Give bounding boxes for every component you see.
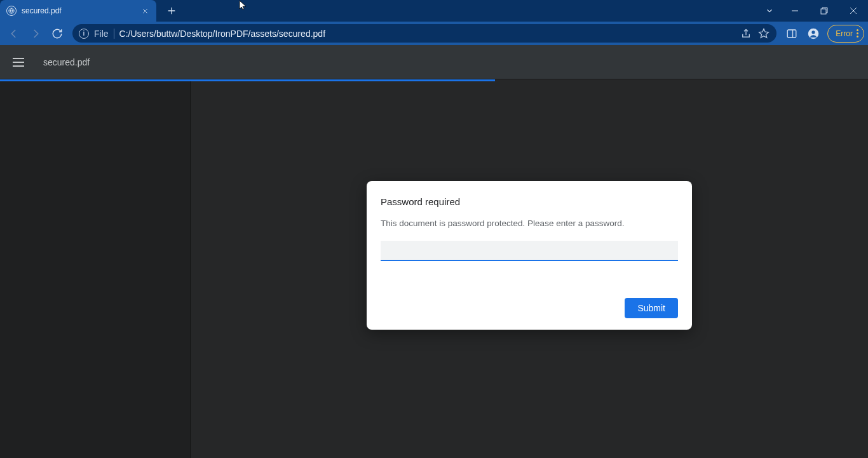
reload-button[interactable] xyxy=(47,24,67,44)
url-text: C:/Users/buttw/Desktop/IronPDF/assets/se… xyxy=(119,29,735,39)
svg-rect-1 xyxy=(821,9,826,14)
more-menu-icon xyxy=(857,29,858,37)
password-dialog: Password required This document is passw… xyxy=(367,181,692,330)
svg-point-4 xyxy=(812,30,815,34)
browser-toolbar: i File C:/Users/buttw/Desktop/IronPDF/as… xyxy=(0,22,868,45)
browser-tab[interactable]: secured.pdf xyxy=(0,0,156,22)
share-icon[interactable] xyxy=(740,27,752,40)
pdf-filename: secured.pdf xyxy=(43,57,90,67)
page-info-icon[interactable]: i xyxy=(79,29,89,39)
submit-button[interactable]: Submit xyxy=(625,298,678,318)
pdf-body: Password required This document is passw… xyxy=(0,79,868,458)
tab-title: secured.pdf xyxy=(22,6,135,15)
url-scheme-label: File xyxy=(94,29,109,39)
maximize-button[interactable] xyxy=(810,0,839,22)
dialog-actions: Submit xyxy=(381,298,678,318)
back-button[interactable] xyxy=(4,24,24,44)
hamburger-menu-icon[interactable] xyxy=(13,55,28,70)
pdf-viewer: secured.pdf Password required This docum… xyxy=(0,45,868,458)
close-window-button[interactable] xyxy=(839,0,868,22)
profile-icon[interactable] xyxy=(803,24,824,44)
url-divider xyxy=(114,29,114,39)
dialog-message: This document is password protected. Ple… xyxy=(381,219,678,228)
forward-button[interactable] xyxy=(25,24,46,44)
svg-rect-2 xyxy=(788,30,797,37)
pdf-main-area: Password required This document is passw… xyxy=(191,79,868,458)
search-tabs-button[interactable] xyxy=(759,0,780,22)
minimize-button[interactable] xyxy=(780,0,810,22)
browser-titlebar: secured.pdf xyxy=(0,0,868,22)
pdf-thumbnail-panel xyxy=(0,79,191,458)
dialog-title: Password required xyxy=(381,196,678,207)
side-panel-icon[interactable] xyxy=(782,24,802,44)
window-controls xyxy=(759,0,868,22)
loading-progress-bar xyxy=(0,79,495,81)
password-input[interactable] xyxy=(381,241,678,261)
tab-close-button[interactable] xyxy=(140,6,150,16)
error-label: Error xyxy=(836,29,853,38)
bookmark-star-icon[interactable] xyxy=(757,27,770,40)
extensions-error-button[interactable]: Error xyxy=(827,25,864,43)
new-tab-button[interactable] xyxy=(163,2,180,20)
pdf-viewer-toolbar: secured.pdf xyxy=(0,45,868,79)
address-bar[interactable]: i File C:/Users/buttw/Desktop/IronPDF/as… xyxy=(72,24,776,43)
globe-icon xyxy=(6,6,17,16)
